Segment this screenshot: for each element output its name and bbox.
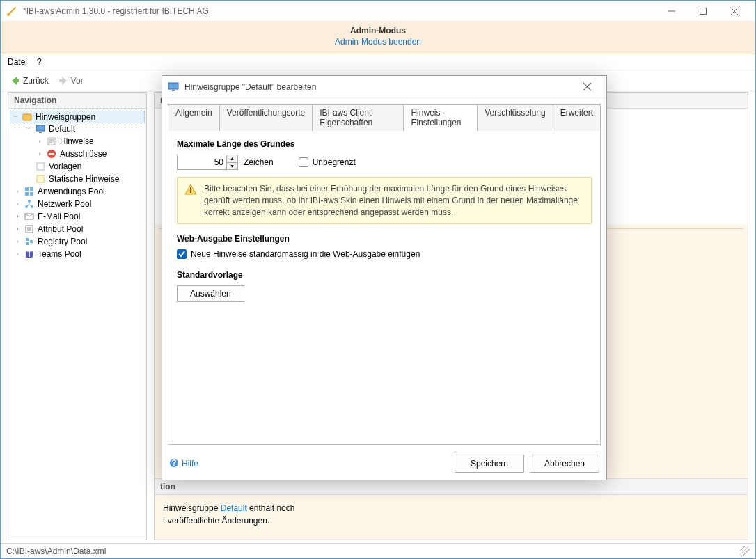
menu-file[interactable]: Datei: [8, 57, 27, 67]
expand-toggle[interactable]: ›: [13, 200, 22, 207]
info-panel-header: tion: [155, 478, 748, 495]
apps-icon: [24, 186, 35, 197]
tree-node-registry-pool[interactable]: › Registry Pool: [10, 235, 145, 248]
forward-button[interactable]: Vor: [54, 73, 86, 88]
exclude-icon: [46, 148, 57, 159]
admin-mode-label: Admin-Modus: [1, 26, 755, 36]
close-button[interactable]: [718, 1, 750, 21]
svg-rect-9: [37, 175, 44, 182]
tree-node-vorlagen[interactable]: Vorlagen: [10, 160, 145, 173]
titlebar: *IBI-aws Admin 1.30.0 - registriert für …: [1, 1, 755, 22]
tab-veroeffentlichungsorte[interactable]: Veröffentlichungsorte: [219, 104, 313, 131]
expand-toggle[interactable]: ›: [35, 150, 45, 157]
admin-mode-banner: Admin-Modus Admin-Modus beenden: [1, 22, 755, 54]
section-max-length: Maximale Länge des Grundes: [177, 139, 592, 149]
cancel-button[interactable]: Abbrechen: [530, 455, 599, 473]
max-length-spinner[interactable]: ▲ ▼: [177, 155, 238, 170]
statusbar: C:\IBI-aws\Admin\Data.xml: [1, 543, 755, 558]
teams-icon: T: [24, 249, 35, 260]
svg-rect-26: [190, 187, 191, 191]
warning-icon: [184, 183, 197, 218]
info-panel-body: Hinweisgruppe Default enthält noch t ver…: [155, 495, 748, 540]
expand-toggle[interactable]: ›: [13, 213, 22, 220]
tree-node-ausschluesse[interactable]: › Ausschlüsse: [10, 148, 145, 160]
max-length-input[interactable]: [178, 155, 226, 169]
help-icon: ?: [169, 458, 179, 470]
arrow-right-icon: [57, 74, 70, 87]
menubar: Datei ?: [1, 54, 755, 70]
app-icon: [6, 6, 17, 17]
tab-verschluesselung[interactable]: Verschlüsselung: [477, 104, 553, 131]
svg-rect-21: [30, 240, 33, 243]
expand-toggle[interactable]: ›: [13, 238, 22, 245]
expand-toggle[interactable]: ›: [35, 138, 45, 145]
svg-point-14: [28, 200, 31, 203]
menu-help[interactable]: ?: [37, 57, 42, 67]
expand-toggle[interactable]: ›: [13, 251, 22, 258]
info-default-link[interactable]: Default: [221, 503, 247, 513]
svg-rect-8: [37, 163, 44, 170]
svg-rect-27: [190, 191, 191, 193]
tree-node-hinweisgruppen[interactable]: ﹀ Hinweisgruppen: [10, 111, 145, 123]
package-icon: [22, 111, 33, 123]
tab-erweitert[interactable]: Erweitert: [553, 104, 601, 131]
tree-node-anwendungs-pool[interactable]: › Anwendungs Pool: [10, 185, 145, 198]
notice-text: Bitte beachten Sie, dass bei einer Erhöh…: [204, 183, 584, 218]
email-icon: [24, 211, 35, 222]
notes-icon: [46, 136, 57, 147]
spinner-up[interactable]: ▲: [227, 155, 237, 163]
dialog-tab-body: Maximale Länge des Grundes ▲ ▼ Zeichen U…: [168, 130, 601, 445]
svg-rect-7: [49, 153, 54, 155]
resize-grip[interactable]: [740, 546, 750, 556]
svg-rect-3: [36, 125, 45, 131]
expand-toggle[interactable]: ﹀: [10, 113, 20, 122]
web-output-checkbox[interactable]: Neue Hinweise standardmässig in die Web-…: [177, 249, 420, 259]
registry-icon: [24, 236, 35, 247]
svg-rect-1: [700, 8, 706, 14]
svg-rect-12: [25, 192, 29, 196]
help-link[interactable]: ? Hilfe: [169, 458, 198, 470]
section-web-output: Web-Ausgabe Einstellungen: [177, 234, 592, 244]
minimize-button[interactable]: [656, 1, 687, 21]
unlimited-checkbox[interactable]: Unbegrenzt: [299, 157, 356, 167]
svg-text:T: T: [26, 249, 32, 259]
svg-rect-13: [30, 192, 33, 196]
back-button[interactable]: Zurück: [6, 73, 52, 88]
tab-client-eigenschaften[interactable]: IBI-aws Client Eigenschaften: [312, 104, 404, 131]
exit-admin-mode-link[interactable]: Admin-Modus beenden: [1, 37, 755, 47]
choose-template-button[interactable]: Auswählen: [177, 285, 244, 302]
main-window: *IBI-aws Admin 1.30.0 - registriert für …: [0, 0, 756, 559]
tree-node-default[interactable]: ﹀ Default: [10, 123, 145, 135]
svg-rect-19: [26, 238, 29, 241]
tree-node-hinweise[interactable]: › Hinweise: [10, 135, 145, 148]
static-notes-icon: [35, 173, 46, 184]
attribute-icon: [24, 223, 35, 235]
dialog-title: Hinweisgruppe "Default" bearbeiten: [184, 82, 573, 92]
svg-rect-24: [168, 83, 178, 89]
navigation-tree[interactable]: ﹀ Hinweisgruppen ﹀ Default › Hinweise ›: [8, 109, 146, 540]
spinner-down[interactable]: ▼: [227, 163, 237, 170]
tree-node-email-pool[interactable]: › E-Mail Pool: [10, 210, 145, 223]
tree-node-teams-pool[interactable]: › T Teams Pool: [10, 248, 145, 260]
navigation-panel: Navigation ﹀ Hinweisgruppen ﹀ Default › …: [8, 92, 147, 540]
dialog-close-button[interactable]: [573, 76, 601, 97]
maximize-button[interactable]: [687, 1, 718, 21]
template-icon: [35, 161, 46, 172]
expand-toggle[interactable]: ﹀: [24, 125, 33, 134]
svg-text:?: ?: [171, 458, 176, 468]
window-title: *IBI-aws Admin 1.30.0 - registriert für …: [23, 6, 656, 16]
network-icon: [24, 198, 35, 210]
expand-toggle[interactable]: ›: [13, 226, 22, 233]
save-button[interactable]: Speichern: [455, 455, 524, 473]
svg-rect-2: [23, 114, 31, 120]
svg-rect-20: [26, 242, 29, 245]
expand-toggle[interactable]: ›: [13, 188, 22, 195]
dialog-tabs: Allgemein Veröffentlichungsorte IBI-aws …: [162, 98, 606, 130]
section-default-template: Standardvorlage: [177, 270, 592, 280]
tree-node-statische[interactable]: Statische Hinweise: [10, 173, 145, 185]
tree-node-attribut-pool[interactable]: › Attribut Pool: [10, 223, 145, 235]
tree-node-netzwerk-pool[interactable]: › Netzwerk Pool: [10, 198, 145, 210]
dialog-titlebar: Hinweisgruppe "Default" bearbeiten: [162, 76, 606, 98]
tab-allgemein[interactable]: Allgemein: [168, 104, 220, 131]
tab-hinweis-einstellungen[interactable]: Hinweis-Einstellungen: [403, 104, 478, 131]
